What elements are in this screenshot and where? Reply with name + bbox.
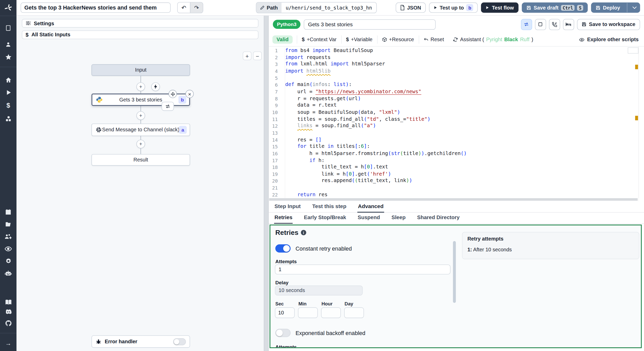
test-up-to-step-badge[interactable]: b [466, 4, 473, 11]
constant-retry-toggle[interactable] [275, 244, 291, 253]
add-step-button[interactable]: + [137, 111, 145, 120]
assistant-button[interactable]: Assistant (PyrightBlackRuff) [448, 33, 538, 46]
flow-node-result[interactable]: Result [91, 154, 190, 166]
early-stop-setting-button[interactable] [535, 19, 546, 30]
sidebar-item-groups[interactable] [0, 232, 16, 241]
code-line[interactable]: 10 soup = BeautifulSoup(data, "lxml") [269, 109, 644, 116]
flow-settings-button[interactable]: Settings [22, 19, 258, 28]
sidebar-item-audit-logs[interactable] [0, 244, 16, 254]
tab-suspend[interactable]: Suspend [357, 212, 380, 223]
retry-indicator-button[interactable] [162, 102, 174, 111]
flow-title-input[interactable] [21, 3, 171, 13]
redo-button[interactable]: ↷ [190, 3, 203, 13]
add-variable-button[interactable]: $+Variable [342, 33, 377, 46]
code-line[interactable]: 19 link = h[0].get('href') [269, 171, 644, 178]
tab-advanced[interactable]: Advanced [358, 201, 384, 212]
deploy-button[interactable]: Deploy [591, 3, 640, 13]
path-value[interactable]: u/henri/send_to_slack_top3_hn [282, 3, 376, 13]
code-line[interactable]: 12 links = soup.find_all("a") [269, 123, 644, 130]
code-line[interactable]: 13 [269, 130, 644, 137]
sidebar-item-home[interactable] [0, 75, 16, 85]
sidebar-item-assistant[interactable] [0, 268, 16, 278]
tab-sleep[interactable]: Sleep [391, 212, 406, 223]
test-up-to-button[interactable]: Test up to b [429, 3, 478, 13]
suspend-setting-button[interactable] [549, 19, 560, 30]
code-line[interactable]: 2import requests [269, 54, 644, 61]
sidebar-item-schedules[interactable] [0, 207, 16, 217]
save-to-workspace-button[interactable]: Save to workspace [577, 19, 640, 30]
sleep-setting-button[interactable] [563, 19, 574, 30]
sidebar-expand-button[interactable]: → [0, 338, 16, 348]
reset-button[interactable]: Reset [419, 33, 448, 46]
code-line[interactable]: 4import html5lib [269, 68, 644, 75]
code-line[interactable]: 22 return res [269, 192, 644, 198]
sec-input[interactable] [275, 307, 295, 318]
attempts-input[interactable] [275, 264, 451, 274]
code-line[interactable]: 6def main(infos: list): [269, 82, 644, 89]
info-icon[interactable]: i [301, 230, 306, 235]
code-line[interactable]: 8 r = requests.get(url) [269, 96, 644, 102]
sidebar-item-settings[interactable] [0, 256, 16, 266]
move-node-handle[interactable] [168, 90, 177, 98]
add-step-button[interactable]: + [137, 82, 145, 91]
code-line[interactable]: 17 if h: [269, 157, 644, 164]
panel-resize-handle[interactable] [264, 16, 269, 351]
code-line[interactable]: 5 [269, 75, 644, 82]
sidebar-item-user[interactable] [0, 40, 16, 49]
step-name-input[interactable] [304, 19, 436, 29]
flow-node-input[interactable]: Input [91, 64, 190, 76]
sidebar-item-favorites[interactable] [0, 52, 16, 62]
tab-retries[interactable]: Retries [274, 212, 293, 223]
sidebar-item-resources[interactable] [0, 114, 16, 124]
undo-button[interactable]: ↶ [178, 3, 190, 13]
sidebar-item-discord[interactable] [0, 306, 16, 316]
code-line[interactable]: 14 res = [] [269, 136, 644, 143]
exponential-backoff-toggle[interactable] [275, 329, 291, 337]
path-chip[interactable]: Path [256, 3, 282, 13]
tab-shared-directory[interactable]: Shared Directory [417, 212, 460, 223]
sidebar-item-github[interactable] [0, 318, 16, 328]
test-flow-button[interactable]: Test flow [481, 3, 518, 13]
sidebar-item-workspace[interactable] [0, 23, 16, 33]
sidebar-item-variables[interactable]: $ [0, 100, 16, 110]
sidebar-item-runs[interactable] [0, 87, 16, 97]
code-editor[interactable]: 1from bs4 import BeautifulSoup2import re… [269, 47, 644, 198]
save-draft-button[interactable]: Save draft Ctrl S [522, 3, 588, 13]
min-input[interactable] [298, 307, 318, 318]
code-line[interactable]: 9 data = r.text [269, 102, 644, 109]
code-line[interactable]: 18 title_text = h[0].text [269, 164, 644, 171]
add-resource-button[interactable]: +Resource [377, 33, 419, 46]
code-line[interactable]: 15 for title in titles[:6]: [269, 143, 644, 150]
tab-test-this-step[interactable]: Test this step [312, 201, 347, 212]
retries-scrollbar[interactable] [453, 241, 456, 303]
explore-other-scripts-button[interactable]: Explore other scripts [579, 37, 644, 42]
tab-early-stop-break[interactable]: Early Stop/Break [303, 212, 346, 223]
hour-input[interactable] [321, 307, 341, 318]
windmill-logo-icon[interactable] [0, 0, 16, 16]
zoom-in-button[interactable]: + [243, 52, 251, 60]
code-line[interactable]: 20 res.append((title_text, link)) [269, 178, 644, 185]
path-box[interactable]: Path u/henri/send_to_slack_top3_hn [256, 2, 377, 13]
zoom-out-button[interactable]: − [253, 52, 262, 60]
add-step-button[interactable]: + [137, 140, 145, 148]
day-input[interactable] [344, 307, 364, 318]
code-line[interactable]: 11 titles = soup.find_all("td", class_="… [269, 116, 644, 123]
code-line[interactable]: 1from bs4 import BeautifulSoup [269, 47, 644, 54]
retries-setting-button[interactable] [521, 19, 532, 30]
json-button[interactable]: JSON [395, 3, 426, 13]
delete-node-button[interactable]: × [185, 90, 194, 98]
flow-node-step-a[interactable]: Send Message to Channel (slack) a [91, 124, 190, 136]
code-line[interactable]: 21 [269, 185, 644, 192]
deploy-dropdown-button[interactable] [630, 6, 639, 9]
editor-overview-ruler[interactable] [638, 47, 644, 198]
sidebar-item-docs[interactable] [0, 297, 16, 307]
flow-static-inputs-button[interactable]: $ All Static Inputs [22, 30, 258, 39]
error-handler-toggle[interactable] [173, 338, 186, 345]
sidebar-item-folders[interactable] [0, 219, 16, 229]
code-line[interactable]: 7 url = "https://news.ycombinator.com/ne… [269, 89, 644, 96]
add-trigger-button[interactable] [151, 82, 160, 91]
error-handler-bar[interactable]: Error handler [91, 335, 190, 348]
add-context-var-button[interactable]: $+Context Var [297, 33, 341, 46]
code-line[interactable]: 3from lxml.html import html5parser [269, 61, 644, 68]
code-line[interactable]: 16 h = html5parser.fromstring(str(title)… [269, 150, 644, 157]
